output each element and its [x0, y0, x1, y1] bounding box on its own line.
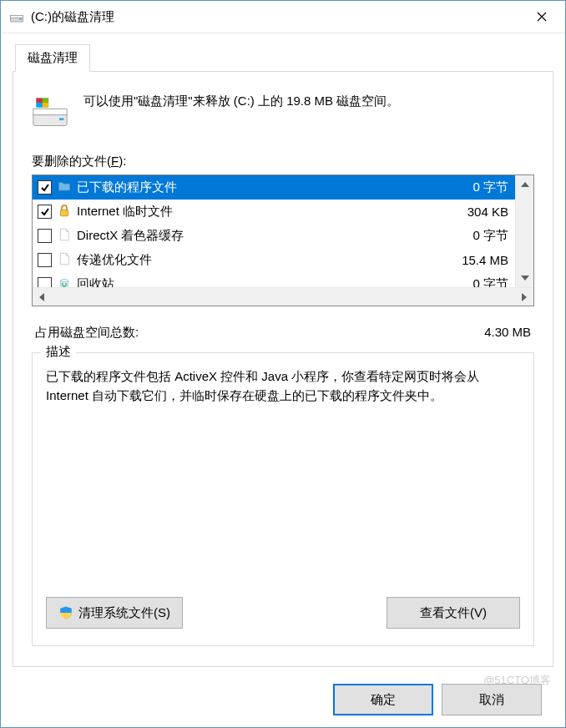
- intro-text: 可以使用"磁盘清理"来释放 (C:) 上的 19.8 MB 磁盘空间。: [83, 90, 399, 111]
- svg-rect-4: [33, 109, 67, 114]
- file-name: 回收站: [77, 276, 433, 287]
- scroll-right-button[interactable]: [515, 288, 533, 306]
- file-size: 0 字节: [433, 179, 508, 195]
- file-size: 304 KB: [433, 205, 508, 219]
- svg-rect-7: [37, 99, 43, 104]
- horizontal-scrollbar[interactable]: [33, 287, 533, 306]
- cancel-button[interactable]: 取消: [442, 684, 542, 715]
- scroll-up-button[interactable]: [516, 175, 533, 194]
- svg-rect-5: [59, 118, 64, 120]
- file-size: 15.4 MB: [433, 253, 508, 267]
- folder-icon: [57, 179, 72, 197]
- description-fieldset: 描述 已下载的程序文件包括 ActiveX 控件和 Java 小程序，你查看特定…: [32, 352, 534, 646]
- file-name: 传递优化文件: [77, 252, 433, 268]
- scroll-left-button[interactable]: [33, 288, 51, 306]
- file-icon: [57, 251, 72, 270]
- svg-rect-9: [37, 103, 43, 108]
- tab-disk-cleanup[interactable]: 磁盘清理: [15, 44, 90, 72]
- description-text: 已下载的程序文件包括 ActiveX 控件和 Java 小程序，你查看特定网页时…: [46, 367, 520, 406]
- list-item[interactable]: 传递优化文件15.4 MB: [33, 248, 515, 272]
- recycle-icon: [57, 276, 72, 288]
- checkbox[interactable]: [38, 253, 52, 267]
- svg-point-12: [61, 279, 68, 281]
- file-name: Internet 临时文件: [77, 204, 433, 220]
- scroll-down-button[interactable]: [516, 269, 533, 287]
- lock-icon: [57, 203, 72, 221]
- total-label: 占用磁盘空间总数:: [35, 325, 139, 341]
- disk-cleanup-icon: [9, 9, 24, 24]
- svg-rect-11: [61, 210, 68, 216]
- titlebar: (C:)的磁盘清理: [1, 1, 565, 33]
- file-size: 0 字节: [433, 228, 508, 244]
- file-name: 已下载的程序文件: [77, 179, 433, 195]
- list-item[interactable]: DirectX 着色器缓存0 字节: [33, 224, 515, 248]
- svg-rect-2: [19, 18, 22, 20]
- close-icon: [537, 12, 547, 22]
- files-to-delete-label: 要删除的文件(F):: [32, 154, 534, 169]
- svg-rect-10: [43, 103, 48, 108]
- window-title: (C:)的磁盘清理: [31, 9, 520, 25]
- file-size: 0 字节: [433, 276, 508, 287]
- checkbox[interactable]: [38, 180, 52, 195]
- file-icon: [57, 227, 72, 245]
- total-value: 4.30 MB: [484, 325, 531, 341]
- scroll-track-h[interactable]: [51, 288, 515, 306]
- list-item[interactable]: 已下载的程序文件0 字节: [33, 175, 515, 200]
- scroll-track[interactable]: [516, 194, 533, 269]
- file-list: 已下载的程序文件0 字节Internet 临时文件304 KBDirectX 着…: [32, 174, 534, 306]
- checkbox[interactable]: [38, 277, 52, 287]
- clean-system-files-button[interactable]: 清理系统文件(S): [46, 597, 183, 629]
- description-legend: 描述: [41, 344, 76, 360]
- ok-button[interactable]: 确定: [333, 684, 433, 715]
- checkbox[interactable]: [38, 205, 52, 219]
- intro-section: 可以使用"磁盘清理"来释放 (C:) 上的 19.8 MB 磁盘空间。: [32, 90, 534, 130]
- shield-icon: [58, 605, 73, 620]
- svg-rect-8: [43, 99, 48, 104]
- checkbox[interactable]: [38, 229, 52, 243]
- total-row: 占用磁盘空间总数: 4.30 MB: [35, 325, 531, 341]
- close-button[interactable]: [520, 1, 563, 33]
- tab-strip: 磁盘清理: [13, 43, 553, 72]
- file-name: DirectX 着色器缓存: [77, 228, 433, 244]
- dialog-footer: 确定 取消: [13, 667, 553, 727]
- drive-icon: [32, 94, 68, 130]
- view-files-button[interactable]: 查看文件(V): [387, 597, 520, 629]
- vertical-scrollbar[interactable]: [515, 175, 533, 287]
- svg-rect-1: [11, 16, 23, 18]
- list-item[interactable]: Internet 临时文件304 KB: [33, 200, 515, 224]
- list-item[interactable]: 回收站0 字节: [33, 272, 515, 287]
